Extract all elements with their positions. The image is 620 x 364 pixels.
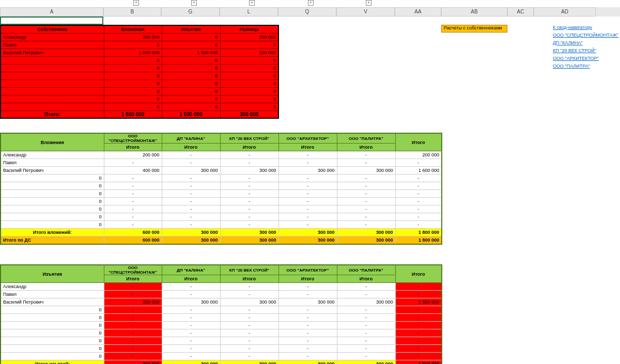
data-cell[interactable]: - [162,345,220,353]
row-name[interactable]: 0 [1,175,104,182]
data-cell[interactable]: - [162,283,220,291]
data-cell[interactable]: - [220,198,278,205]
red-cell[interactable]: Василий Петрович [1,49,104,56]
data-cell[interactable]: - [278,291,337,298]
row-total[interactable]: - [395,306,442,314]
red-cell[interactable]: 200 000 [220,33,278,41]
col-header-G[interactable]: G [161,7,220,17]
red-cell[interactable]: 0 [104,64,162,72]
row-name[interactable]: 0 [1,306,104,314]
row-name[interactable]: Василий Петрович [1,298,104,306]
row-name[interactable]: Павел [1,159,104,167]
data-cell[interactable]: - [337,213,395,221]
red-cell[interactable]: 1 500 000 [162,49,220,56]
data-cell[interactable]: 300 000 [220,167,278,175]
red-cell[interactable]: 0 [220,87,278,95]
data-cell[interactable]: - [104,329,162,337]
row-name[interactable]: 0 [1,213,104,221]
red-cell[interactable]: 0 [104,95,162,103]
data-cell[interactable]: - [162,213,220,221]
data-cell[interactable]: - [220,159,278,167]
data-cell[interactable]: - [104,205,162,213]
red-cell[interactable]: 0 [162,72,220,80]
red-cell[interactable]: 0 [162,87,220,95]
row-total[interactable]: - [395,213,442,221]
data-cell[interactable]: 300 000 [220,298,278,306]
outline-expand-4[interactable]: + [366,0,371,6]
data-cell[interactable]: - [104,306,162,314]
nav-link-0[interactable]: К свод-навигатору [553,25,620,33]
data-cell[interactable]: - [278,198,337,205]
data-cell[interactable]: 300 000 [162,167,220,175]
red-cell[interactable]: 0 [104,72,162,80]
data-cell[interactable]: - [104,337,162,345]
red-cell[interactable] [1,80,104,87]
data-cell[interactable]: - [220,345,278,353]
data-cell[interactable]: - [104,198,162,205]
data-cell[interactable]: - [162,198,220,205]
col-header-L[interactable]: L [220,7,278,17]
nav-link-3[interactable]: КП "20 ВЕК СТРОЙ" [553,48,620,56]
data-cell[interactable]: - [278,159,337,167]
data-cell[interactable]: - [337,182,395,190]
data-cell[interactable]: - [278,322,337,329]
data-cell[interactable]: 300 000 [337,167,395,175]
row-total[interactable]: 200 000 [395,151,442,159]
red-cell[interactable] [1,72,104,80]
row-total[interactable]: - [395,283,442,291]
nav-link-1[interactable]: ООО "СПЕЦСТРОЙМОНТАЖ" [553,33,620,40]
red-cell[interactable]: 0 [162,64,220,72]
row-name[interactable]: 0 [1,329,104,337]
data-cell[interactable]: - [337,283,395,291]
red-cell[interactable]: 1 600 000 [104,49,162,56]
red-cell[interactable] [1,103,104,110]
data-cell[interactable]: - [337,221,395,229]
data-cell[interactable]: - [220,322,278,329]
data-cell[interactable]: - [220,306,278,314]
data-cell[interactable]: - [278,221,337,229]
data-cell[interactable]: - [220,314,278,322]
nav-link-4[interactable]: ООО "АРХИТЕКТОР" [553,56,620,64]
data-cell[interactable]: - [337,291,395,298]
red-cell[interactable] [1,64,104,72]
data-cell[interactable]: - [162,221,220,229]
data-cell[interactable]: - [337,159,395,167]
red-cell[interactable]: 200 000 [104,33,162,41]
data-cell[interactable]: - [162,175,220,182]
nav-link-2[interactable]: ДП "КАЛИНА" [553,40,620,48]
row-name[interactable]: 0 [1,314,104,322]
data-cell[interactable]: - [104,345,162,353]
data-cell[interactable]: - [220,291,278,298]
row-total[interactable]: - [395,329,442,337]
red-cell[interactable]: 0 [162,80,220,87]
data-cell[interactable]: - [162,190,220,198]
red-cell[interactable]: 0 [162,56,220,64]
data-cell[interactable]: - [278,175,337,182]
red-cell[interactable]: 0 [220,95,278,103]
row-total[interactable]: - [395,159,442,167]
red-cell[interactable]: 0 [104,103,162,110]
data-cell[interactable]: - [278,190,337,198]
outline-expand-3[interactable]: + [308,0,314,6]
row-total[interactable]: - [395,314,442,322]
data-cell[interactable]: - [162,329,220,337]
col-header-B[interactable]: B [103,7,161,17]
red-cell[interactable] [1,95,104,103]
data-cell[interactable]: - [278,182,337,190]
data-cell[interactable]: - [337,190,395,198]
col-header-AB[interactable]: AB [441,7,507,17]
data-cell[interactable]: 200 000 [104,151,162,159]
red-cell[interactable]: Павел [1,41,104,49]
data-cell[interactable]: - [162,205,220,213]
data-cell[interactable]: - [162,314,220,322]
data-cell[interactable]: - [278,345,337,353]
data-cell[interactable]: 300 000 [278,167,337,175]
red-cell[interactable]: 0 [220,72,278,80]
data-cell[interactable]: - [278,329,337,337]
row-name[interactable]: Александр [1,151,104,159]
col-header-V[interactable]: V [336,7,395,17]
row-name[interactable]: Василий Петрович [1,167,104,175]
data-cell[interactable]: - [104,182,162,190]
data-cell[interactable]: - [337,345,395,353]
row-name[interactable]: Александр [1,283,104,291]
